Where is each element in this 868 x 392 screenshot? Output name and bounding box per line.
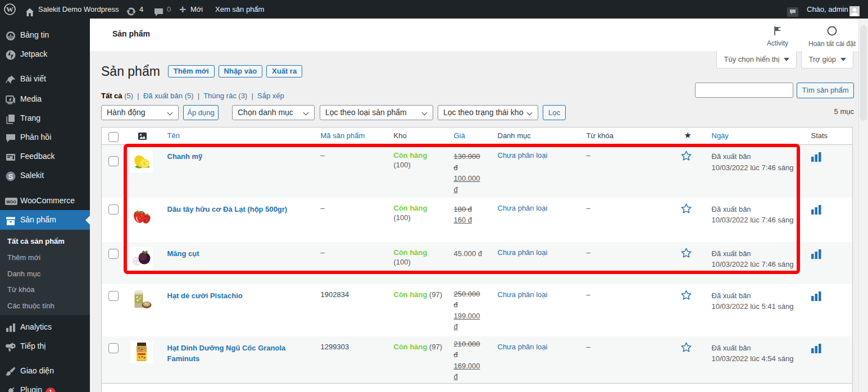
- svg-text:WOO: WOO: [6, 200, 16, 204]
- svg-text:W: W: [6, 5, 13, 13]
- svg-text:S: S: [8, 172, 13, 181]
